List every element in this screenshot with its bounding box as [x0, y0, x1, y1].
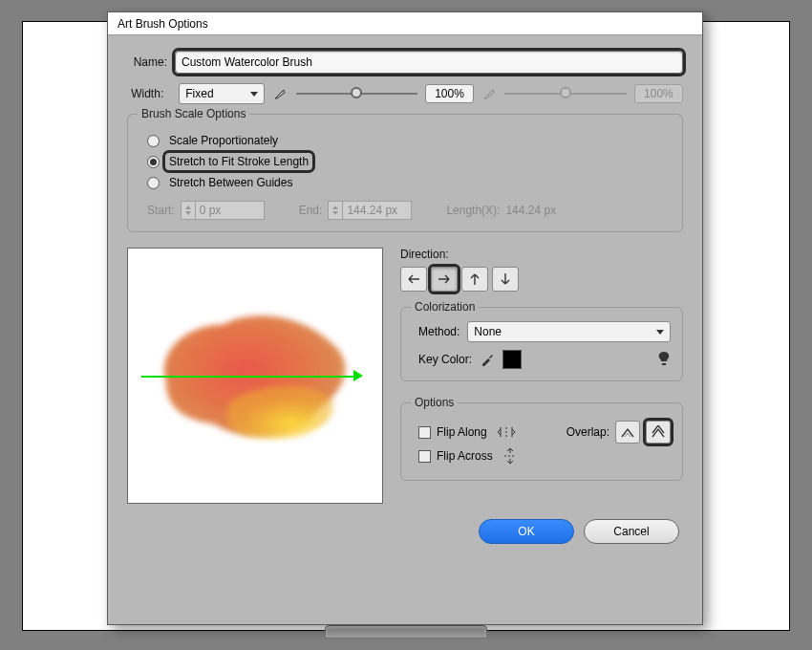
key-color-swatch[interactable] [502, 350, 522, 369]
width-slider-1[interactable] [296, 85, 417, 102]
radio-stretch-fit[interactable] [147, 156, 160, 168]
width-label: Width: [127, 87, 171, 100]
start-label: Start: [147, 204, 175, 217]
pen-max-icon [481, 85, 497, 102]
radio-scale-proportionately-label[interactable]: Scale Proportionately [165, 132, 282, 149]
radio-stretch-guides[interactable] [147, 177, 160, 189]
end-stepper [328, 201, 343, 220]
art-brush-options-dialog: Art Brush Options Name: Width: Fixed 100… [107, 11, 703, 625]
overlap-adjust-button[interactable] [646, 421, 671, 444]
cancel-label: Cancel [613, 525, 649, 538]
width-slider-2 [504, 85, 626, 102]
brush-name-input[interactable] [175, 51, 683, 74]
cancel-button[interactable]: Cancel [584, 519, 679, 544]
overlap-no-adjust-button[interactable] [615, 421, 640, 444]
length-label: Length(X): [446, 204, 500, 217]
options-group: Options Flip Along Overlap: Flip A [400, 402, 683, 481]
end-label: End: [299, 204, 323, 217]
colorization-method-select[interactable]: None [467, 321, 671, 342]
brush-preview [127, 248, 383, 504]
flip-across-icon [502, 447, 518, 465]
width-mode-select[interactable]: Fixed [179, 83, 265, 104]
tips-icon[interactable] [657, 351, 671, 369]
flip-along-icon [497, 425, 516, 439]
direction-label: Direction: [400, 248, 683, 261]
start-stepper [181, 201, 196, 220]
start-value: 0 px [196, 201, 265, 220]
width-mode-value: Fixed [185, 87, 213, 100]
key-color-label: Key Color: [418, 353, 472, 366]
method-label: Method: [418, 325, 459, 338]
dialog-title: Art Brush Options [108, 12, 702, 35]
options-legend: Options [411, 396, 458, 409]
end-value: 144.24 px [343, 201, 412, 220]
direction-arrow-head-icon [353, 370, 363, 381]
brush-scale-legend: Brush Scale Options [138, 107, 249, 120]
direction-up-button[interactable] [461, 267, 488, 292]
ok-button[interactable]: OK [479, 519, 574, 544]
colorization-group: Colorization Method: None Key Color: [400, 307, 683, 381]
direction-right-button[interactable] [431, 267, 458, 292]
width-percent-2: 100% [634, 84, 683, 103]
canvas-tab-stub [325, 625, 487, 639]
radio-stretch-fit-label[interactable]: Stretch to Fit Stroke Length [165, 153, 312, 170]
radio-scale-proportionately[interactable] [147, 135, 160, 147]
direction-down-button[interactable] [492, 267, 519, 292]
radio-stretch-guides-label[interactable]: Stretch Between Guides [165, 174, 296, 191]
ok-label: OK [518, 525, 534, 538]
brush-scale-options-group: Brush Scale Options Scale Proportionatel… [127, 114, 683, 232]
overlap-label: Overlap: [566, 425, 609, 439]
flip-across-checkbox[interactable] [418, 450, 431, 463]
direction-left-button[interactable] [400, 267, 427, 292]
method-value: None [474, 325, 502, 338]
eyedropper-icon[interactable] [480, 352, 495, 367]
pen-min-icon [272, 85, 288, 102]
length-value: 144.24 px [505, 204, 556, 217]
flip-along-checkbox[interactable] [418, 426, 431, 439]
flip-across-label[interactable]: Flip Across [437, 449, 493, 463]
width-percent-1[interactable]: 100% [425, 84, 474, 103]
colorization-legend: Colorization [411, 300, 479, 314]
direction-arrow-line [141, 376, 355, 378]
name-label: Name: [127, 55, 175, 69]
flip-along-label[interactable]: Flip Along [437, 425, 487, 439]
